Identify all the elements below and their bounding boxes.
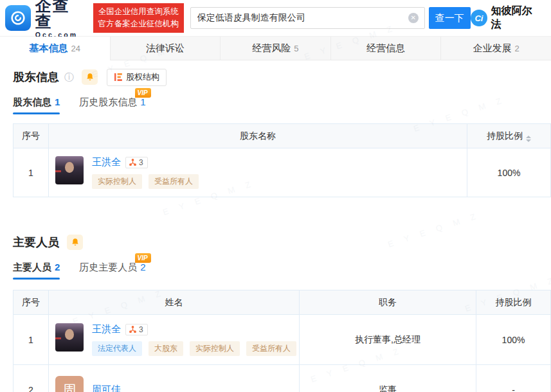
position-value: 执行董事,总经理 xyxy=(300,315,476,365)
subtab-count: 1 xyxy=(55,96,60,107)
org-chart-icon xyxy=(114,73,123,82)
shareholders-title: 股东信息 xyxy=(13,69,59,85)
ratio-value: 100% xyxy=(467,148,551,197)
sort-control[interactable] xyxy=(526,136,531,142)
top-header: 企查查 Qcc.com 全国企业信用查询系统 官方备案企业征信机构 ✕ 查一下 … xyxy=(0,0,551,36)
slogan-line1: 全国企业信用查询系统 xyxy=(98,6,179,18)
subtab-label: 股东信息 xyxy=(13,96,51,107)
row-no: 1 xyxy=(14,315,49,365)
tab-label: 经营信息 xyxy=(366,42,405,55)
brand-name-cn: 企查查 xyxy=(35,0,87,30)
col-position: 职务 xyxy=(300,290,476,315)
position-value: 监事 xyxy=(300,365,476,392)
related-companies-badge[interactable]: 3 xyxy=(125,324,148,335)
tab-label: 企业发展 xyxy=(473,42,512,55)
person-name-link[interactable]: 周可佳 xyxy=(92,384,121,392)
tab-label: 基本信息 xyxy=(30,42,68,55)
zhibi-alpha-icon: Ci xyxy=(471,10,487,26)
qcc-logo-icon xyxy=(5,5,31,31)
table-header-row: 序号 姓名 职务 持股比例 xyxy=(14,290,551,315)
key-person-row: 1 王洪全 xyxy=(14,315,551,365)
bell-icon[interactable] xyxy=(82,69,98,85)
tag-actual-controller: 实际控制人 xyxy=(190,341,240,356)
col-no: 序号 xyxy=(14,124,49,148)
key-people-table: 序号 姓名 职务 持股比例 1 王洪全 xyxy=(13,290,551,392)
subtab-shareholders-history[interactable]: 历史股东信息1 VIP xyxy=(79,96,145,114)
tab-operating-risk[interactable]: 经营风险 5 xyxy=(220,37,330,60)
tag-beneficial-owner: 受益所有人 xyxy=(149,174,199,189)
subtab-shareholders-current[interactable]: 股东信息1 xyxy=(13,96,60,114)
brand-text: 企查查 Qcc.com xyxy=(35,0,87,39)
tag-beneficial-owner: 受益所有人 xyxy=(246,341,296,356)
tab-company-development[interactable]: 企业发展 2 xyxy=(440,37,551,60)
subtab-count: 2 xyxy=(140,262,145,272)
ratio-value: 100% xyxy=(476,315,551,365)
zhibi-alpha-logo[interactable]: Ci 知彼阿尔法 xyxy=(471,4,542,31)
col-ratio: 持股比例 xyxy=(467,124,551,148)
subtab-count: 2 xyxy=(55,262,60,272)
vip-badge: VIP xyxy=(135,88,151,98)
shareholder-row: 1 王洪全 xyxy=(14,148,551,197)
shareholders-section-header: 股东信息 ⓘ 股权结构 xyxy=(13,68,551,86)
person-name-link[interactable]: 王洪全 xyxy=(92,323,121,335)
subtab-label: 主要人员 xyxy=(13,262,51,272)
slogan-line2: 官方备案企业征信机构 xyxy=(98,18,179,30)
zhibi-alpha-name: 知彼阿尔法 xyxy=(491,4,542,31)
qcc-logo[interactable]: 企查查 Qcc.com xyxy=(5,0,87,39)
tab-legal-proceedings[interactable]: 法律诉讼 xyxy=(110,37,221,60)
row-no: 2 xyxy=(14,365,49,392)
shareholders-table: 序号 股东名称 持股比例 1 王洪全 xyxy=(13,123,551,197)
col-shareholder-name: 股东名称 xyxy=(49,124,467,148)
network-icon xyxy=(129,158,137,166)
related-companies-badge[interactable]: 3 xyxy=(125,157,148,168)
tab-basic-info[interactable]: 基本信息 24 xyxy=(0,37,110,60)
col-ratio-label: 持股比例 xyxy=(487,130,523,141)
network-icon xyxy=(129,325,137,334)
bell-icon[interactable] xyxy=(67,235,83,250)
ratio-value: - xyxy=(476,365,551,392)
tag-actual-controller: 实际控制人 xyxy=(92,174,142,189)
subtab-label: 历史股东信息 xyxy=(79,96,137,107)
key-people-subtabs: 主要人员2 历史主要人员2 VIP xyxy=(13,262,551,280)
col-person-name: 姓名 xyxy=(49,290,300,315)
info-icon[interactable]: ⓘ xyxy=(64,71,74,84)
related-count: 3 xyxy=(139,325,143,334)
tab-count: 2 xyxy=(515,44,519,53)
search-box: ✕ xyxy=(190,7,425,29)
table-header-row: 序号 股东名称 持股比例 xyxy=(14,124,551,148)
main-tabbar: 基本信息 24 法律诉讼 经营风险 5 经营信息 企业发展 2 xyxy=(0,36,551,60)
subtab-count: 1 xyxy=(140,96,145,107)
tab-label: 经营风险 xyxy=(252,42,291,55)
row-no: 1 xyxy=(14,148,49,197)
key-person-row: 2 周 周可佳 监事 - xyxy=(14,365,551,392)
equity-structure-button[interactable]: 股权结构 xyxy=(107,69,167,86)
tag-legal-representative: 法定代表人 xyxy=(92,341,142,356)
subtab-label: 历史主要人员 xyxy=(79,262,137,272)
tab-label: 法律诉讼 xyxy=(146,42,185,55)
key-people-title: 主要人员 xyxy=(13,235,59,250)
tag-major-shareholder: 大股东 xyxy=(149,341,183,356)
key-people-section-header: 主要人员 xyxy=(13,233,551,251)
subtab-key-people-current[interactable]: 主要人员2 xyxy=(13,262,60,280)
subtab-key-people-history[interactable]: 历史主要人员2 VIP xyxy=(79,262,145,280)
avatar[interactable] xyxy=(55,323,84,352)
search-button[interactable]: 查一下 xyxy=(429,7,471,29)
tab-count: 24 xyxy=(71,44,80,53)
clear-icon[interactable]: ✕ xyxy=(408,13,419,23)
related-count: 3 xyxy=(139,158,143,167)
vip-badge: VIP xyxy=(135,253,151,263)
col-ratio: 持股比例 xyxy=(476,290,551,315)
equity-structure-label: 股权结构 xyxy=(126,71,159,83)
shareholders-subtabs: 股东信息1 历史股东信息1 VIP xyxy=(13,96,551,114)
avatar[interactable] xyxy=(55,156,84,184)
tab-count: 5 xyxy=(294,44,298,53)
tab-operating-info[interactable]: 经营信息 xyxy=(330,37,441,60)
search-input[interactable] xyxy=(191,13,408,23)
shareholder-name-link[interactable]: 王洪全 xyxy=(92,156,121,168)
credit-slogan-banner: 全国企业信用查询系统 官方备案企业征信机构 xyxy=(93,3,184,33)
col-no: 序号 xyxy=(14,290,49,315)
avatar[interactable]: 周 xyxy=(55,376,84,392)
